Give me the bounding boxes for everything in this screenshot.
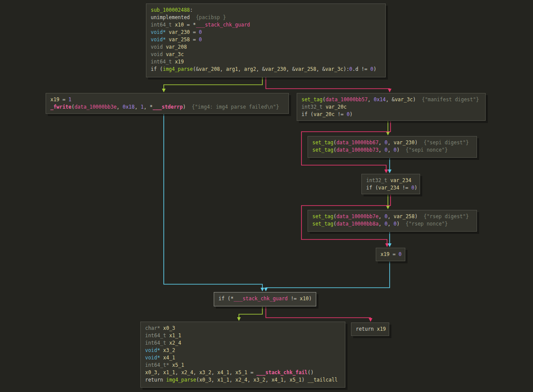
token-var: x10	[175, 22, 184, 28]
token-ty: void	[151, 51, 166, 57]
token-sym: data_10000bb73	[336, 147, 378, 153]
code-line[interactable]: int64_t x2_4	[145, 339, 341, 347]
token-var: x19	[50, 96, 60, 103]
token-pl: ,	[157, 369, 163, 375]
code-line[interactable]: void var_3c	[151, 51, 381, 58]
token-pl: :	[190, 7, 193, 13]
token-pl: ,	[193, 369, 199, 375]
code-line[interactable]: set_tag(data_10000bb73, 0, 0) {"sepi non…	[312, 146, 472, 154]
code-line[interactable]: int64_t x10 = *___stack_chk_guard	[151, 21, 381, 29]
token-var: arg2	[244, 66, 256, 72]
token-num: 0x18	[122, 104, 135, 110]
basic-block-parse-failed[interactable]: x19 = 1_fwrite(data_10000bb3e, 0x18, 1, …	[46, 93, 289, 114]
token-var: arg1	[226, 66, 238, 72]
code-line[interactable]: _fwrite(data_10000bb3e, 0x18, 1, *___std…	[50, 103, 284, 111]
code-line[interactable]: set_tag(data_10000bb67, 0, var_230) {"se…	[312, 139, 472, 146]
token-var: x4_1	[163, 355, 175, 361]
token-var: var_3c	[166, 51, 184, 57]
basic-block-x19-zero[interactable]: x19 = 0	[376, 248, 405, 261]
token-pl: )	[414, 213, 424, 219]
token-ty: int32_t	[366, 177, 390, 183]
token-pl: )	[309, 296, 312, 302]
code-line[interactable]: if (var_234 != 0)	[366, 184, 415, 192]
code-line[interactable]: x19 = 0	[381, 251, 401, 258]
token-var: var_20c	[325, 104, 346, 110]
token-pl: )	[413, 96, 422, 103]
code-line[interactable]: int32_t var_234	[366, 177, 415, 184]
code-line[interactable]: x19 = 1	[50, 96, 284, 103]
code-line[interactable]: if (var_20c != 0)	[301, 111, 481, 118]
token-sym: ___stack_chk_guard	[234, 296, 288, 302]
basic-block-return-x19[interactable]: return x19	[351, 322, 389, 336]
token-pl: ,	[378, 147, 384, 153]
code-line[interactable]: int64_t x1_1	[145, 332, 341, 339]
token-var: var_230	[394, 140, 414, 146]
token-pl: )	[183, 104, 192, 110]
token-pl: ,	[367, 96, 374, 103]
token-pl: return	[145, 377, 166, 383]
code-line[interactable]: set_tag(data_10000bb7e, 0, var_258) {"rs…	[312, 213, 472, 220]
token-pl: , &	[316, 66, 325, 72]
token-pl	[160, 355, 163, 361]
token-pl: =	[390, 251, 399, 257]
token-cm: {"manifest digest"}	[422, 96, 479, 103]
token-pl: ):	[343, 66, 349, 72]
token-pl: ,	[387, 213, 394, 219]
token-var: var_258	[394, 213, 414, 219]
code-line[interactable]: void* x4_1	[145, 354, 341, 362]
basic-block-stack-fail[interactable]: char* x0_3int64_t x1_1int64_t x2_4void* …	[140, 322, 345, 388]
token-fn: set_tag	[312, 213, 333, 219]
token-pl: ,	[135, 104, 141, 110]
token-imp: ___stderrp	[152, 104, 182, 110]
token-var: x19	[377, 326, 386, 332]
token-ty: char*	[145, 325, 163, 331]
basic-block-entry[interactable]: sub_100002488:unimplemented {pacibsp }in…	[146, 3, 386, 77]
code-line[interactable]: set_tag(data_10000bb57, 0x14, &var_3c) {…	[301, 96, 481, 103]
token-pl: )	[414, 185, 417, 191]
edge-x19zero-to-guard-check	[266, 262, 390, 291]
token-num: 1	[141, 104, 144, 110]
token-var: x1_1	[163, 369, 175, 375]
code-line[interactable]: int64_t* x5_1	[145, 362, 341, 369]
token-ty: int32_t	[301, 104, 325, 110]
code-line[interactable]: x0_3, x1_1, x2_4, x3_2, x4_1, x5_1 = ___…	[145, 369, 341, 376]
token-pl: ,	[378, 140, 384, 146]
graph-view[interactable]: sub_100002488:unimplemented {pacibsp }in…	[0, 0, 533, 392]
basic-block-manifest-digest[interactable]: set_tag(data_10000bb57, 0x14, &var_3c) {…	[297, 93, 486, 121]
token-pl: =	[248, 369, 257, 375]
token-fn: set_tag	[312, 221, 333, 227]
token-var: x1_1	[217, 377, 229, 383]
token-pl: ,	[387, 140, 394, 146]
basic-block-var234-check[interactable]: int32_t var_234if (var_234 != 0)	[361, 174, 420, 194]
token-pl: , *	[144, 104, 153, 110]
code-line[interactable]: void* var_230 = 0	[151, 29, 381, 36]
token-cm: {pacibsp }	[196, 14, 226, 20]
code-line[interactable]: void var_208	[151, 43, 381, 51]
token-pl: ,	[238, 66, 244, 72]
basic-block-stack-guard-check[interactable]: if (*___stack_chk_guard != x10)	[214, 292, 316, 306]
token-pl: ,	[220, 66, 226, 72]
token-pl	[190, 14, 196, 20]
basic-block-sepi-tags[interactable]: set_tag(data_10000bb67, 0, var_230) {"se…	[308, 136, 477, 158]
token-ty: int64_t*	[145, 362, 172, 368]
token-var: x3_2	[163, 347, 175, 353]
basic-block-rsep-tags[interactable]: set_tag(data_10000bb7e, 0, var_258) {"rs…	[308, 210, 477, 232]
token-cm: {"sepi digest"}	[424, 140, 469, 146]
code-line[interactable]: void* x3_2	[145, 347, 341, 354]
code-line[interactable]: char* x0_3	[145, 325, 341, 332]
code-line[interactable]: if (*___stack_chk_guard != x10)	[218, 295, 311, 302]
token-num: 0	[199, 37, 202, 43]
token-var: x0_3	[145, 369, 157, 375]
code-line[interactable]: unimplemented {pacibsp }	[151, 14, 381, 21]
code-line[interactable]: sub_100002488:	[151, 7, 381, 14]
code-line[interactable]: if (img4_parse(&var_208, arg1, arg2, &va…	[151, 66, 381, 73]
code-line[interactable]: int32_t var_20c	[301, 103, 481, 111]
code-line[interactable]: return x19	[356, 326, 384, 333]
token-var: x2_4	[235, 377, 248, 383]
token-pl: if (	[366, 185, 378, 191]
code-line[interactable]: return img4_parse(x0_3, x1_1, x2_4, x3_2…	[145, 376, 341, 384]
code-line[interactable]: set_tag(data_10000bb8a, 0, 0) {"rsep non…	[312, 220, 472, 228]
token-cm: {"rsep digest"}	[424, 213, 469, 219]
code-line[interactable]: void* var_258 = 0	[151, 36, 381, 43]
code-line[interactable]: int64_t x19	[151, 58, 381, 66]
